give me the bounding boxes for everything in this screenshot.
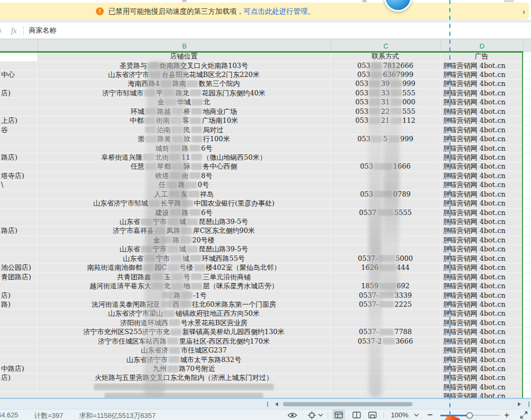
cell-empty[interactable] — [523, 218, 531, 227]
cell-contact[interactable] — [331, 218, 440, 227]
cell-store-name[interactable]: 店) — [0, 89, 37, 98]
cell-contact[interactable] — [331, 245, 440, 254]
cell-store-name[interactable] — [0, 328, 37, 337]
cell-location[interactable]: 济宁市任城区车站西路里庙社区-西区西北侧约170米 — [37, 337, 331, 346]
cell-empty[interactable] — [523, 52, 531, 62]
cell-contact[interactable]: 0537-2225 — [331, 300, 440, 309]
cell-contact[interactable] — [331, 392, 440, 398]
cell-location[interactable]: 任慧翠都际务中心西侧 — [37, 162, 331, 171]
cell-ad[interactable]: 胖猫营销网 4bot.cn — [440, 383, 523, 392]
cell-ad[interactable]: 胖猫营销网 4bot.cn — [440, 153, 523, 162]
cell-store-name[interactable]: 路) — [0, 300, 37, 309]
cell-ad[interactable]: 胖猫营销网 4bot.cn — [440, 236, 523, 245]
cell-ad[interactable]: 胖猫营销网 4bot.cn — [440, 309, 523, 318]
cell-contact[interactable]: 0536367999 — [331, 71, 440, 80]
cell-contact[interactable] — [331, 365, 440, 374]
cell-empty[interactable] — [523, 282, 531, 291]
cell-ad[interactable]: 胖猫营销网 4bot.cn — [440, 172, 523, 181]
cell-ad[interactable]: 胖猫营销网 4bot.cn — [440, 108, 523, 116]
cell-empty[interactable] — [523, 392, 531, 398]
cell-contact[interactable]: 1626444 — [331, 263, 440, 272]
cell-empty[interactable] — [523, 374, 531, 383]
cell-contact[interactable] — [331, 346, 440, 355]
cell-store-name[interactable] — [0, 245, 37, 254]
cell-ad[interactable]: 胖猫营销网 4bot.cn — [440, 263, 523, 272]
cell-contact[interactable] — [331, 144, 440, 153]
cell-contact[interactable] — [331, 126, 440, 135]
cell-contact[interactable] — [331, 273, 440, 282]
cell-contact[interactable]: 0537-7788 — [331, 328, 440, 337]
column-header-e[interactable] — [523, 40, 531, 52]
cell-store-name[interactable] — [0, 62, 37, 71]
cell-store-name[interactable] — [0, 392, 37, 398]
cell-location[interactable]: 铁塔街8号 — [37, 172, 331, 181]
cell-location[interactable]: 济宁市嘉祥县凤路岸C区东北侧约90米 — [37, 227, 331, 236]
cell-ad[interactable]: 胖猫营销网 4bot.cn — [440, 135, 523, 144]
cell-store-name[interactable]: 中路店) — [0, 365, 37, 374]
cell-ad[interactable]: 胖猫营销网 4bot.cn — [440, 116, 523, 125]
cell-contact[interactable] — [331, 374, 440, 383]
cell-store-name[interactable] — [0, 356, 37, 365]
cell-empty[interactable] — [523, 263, 531, 272]
cell-empty[interactable] — [523, 181, 531, 190]
cell-empty[interactable] — [523, 199, 531, 208]
cell-contact[interactable]: 0531666 — [331, 162, 440, 171]
cell-contact[interactable] — [331, 181, 440, 190]
cell-contact[interactable] — [331, 172, 440, 181]
cell-location[interactable] — [37, 392, 331, 398]
cell-location[interactable]: 山东省济宁市邹城长平路中国农业银行(里彦办事处) — [37, 199, 331, 208]
cell-empty[interactable] — [523, 255, 531, 263]
column-header-a[interactable] — [0, 40, 37, 52]
cell-contact[interactable]: 1859692 — [331, 282, 440, 291]
cell-empty[interactable] — [523, 300, 531, 309]
cell-empty[interactable] — [523, 365, 531, 374]
cell-location[interactable]: 山东省济宁市城市太平东路832号 — [37, 356, 331, 365]
cell-location[interactable]: 济宁市兖州区S255济宁市兖新驿镇高吴桥幼儿园西侧约130米 — [37, 328, 331, 337]
cell-ad[interactable]: 胖猫营销网 4bot.cn — [440, 218, 523, 227]
cell-a1-active[interactable] — [0, 52, 37, 62]
eye-icon[interactable] — [288, 411, 297, 419]
cell-ad[interactable]: 胖猫营销网 4bot.cn — [440, 209, 523, 218]
column-header-b[interactable]: B — [37, 40, 331, 52]
cell-empty[interactable] — [523, 309, 531, 318]
cell-location[interactable]: 山东省宁市城琵琶山路39-5号 — [37, 245, 331, 254]
cell-ad[interactable]: 胖猫营销网 4bot.cn — [440, 190, 523, 199]
cell-contact[interactable]: 05339999 — [331, 80, 440, 89]
column-header-c[interactable]: C — [331, 40, 440, 52]
zoom-chevron-down-icon[interactable] — [414, 411, 419, 419]
cell-ad[interactable]: 胖猫营销网 4bot.cn — [440, 374, 523, 383]
cell-empty[interactable] — [523, 108, 531, 116]
cell-location[interactable]: 建设路6号 — [37, 209, 331, 218]
notification-manage-link[interactable]: 可点击此处进行管理。 — [244, 7, 315, 16]
cell-location[interactable]: 南苑街道南池御都园C号楼楼402室（聚仙岛北邻） — [37, 263, 331, 272]
cell-ad[interactable]: 胖猫营销网 4bot.cn — [440, 273, 523, 282]
cell-ad[interactable]: 胖猫营销网 4bot.cn — [440, 300, 523, 309]
cell-empty[interactable] — [523, 209, 531, 218]
cell-empty[interactable] — [523, 135, 531, 144]
cell-store-name[interactable] — [0, 218, 37, 227]
cell-empty[interactable] — [523, 328, 531, 337]
cell-ad[interactable]: 胖猫营销网 4bot.cn — [440, 365, 523, 374]
cell-empty[interactable] — [523, 291, 531, 300]
cell-store-name[interactable] — [0, 346, 37, 355]
cell-empty[interactable] — [523, 273, 531, 282]
cell-location[interactable]: 山东省济宁市梁山铺镇政府驻地正西方向50米 — [37, 309, 331, 318]
cell-store-name[interactable] — [0, 309, 37, 318]
zoom-level-label[interactable]: 100% — [391, 411, 408, 419]
cell-ad[interactable]: 胖猫营销网 4bot.cn — [440, 227, 523, 236]
cell-store-name[interactable] — [0, 383, 37, 392]
cell-location[interactable]: 圣贤路与炬南路交叉口火炬南路103号 — [37, 62, 331, 71]
cell-contact[interactable] — [331, 199, 440, 208]
cell-store-name[interactable] — [0, 337, 37, 346]
cell-ad[interactable]: 胖猫营销网 4bot.cn — [440, 282, 523, 291]
cell-ad[interactable]: 胖猫营销网 4bot.cn — [440, 89, 523, 98]
cell-empty[interactable] — [523, 319, 531, 328]
cell-store-name[interactable]: 塔寺店) — [0, 172, 37, 181]
cell-location[interactable]: 山东省济市任城区G237 — [37, 346, 331, 355]
cell-empty[interactable] — [523, 144, 531, 153]
cell-store-name[interactable]: 上店) — [0, 116, 37, 125]
cell-store-name[interactable] — [0, 282, 37, 291]
cell-store-name[interactable]: 店) — [0, 374, 37, 383]
cell-contact[interactable]: 05331000 — [331, 98, 440, 107]
cell-store-name[interactable] — [0, 236, 37, 245]
